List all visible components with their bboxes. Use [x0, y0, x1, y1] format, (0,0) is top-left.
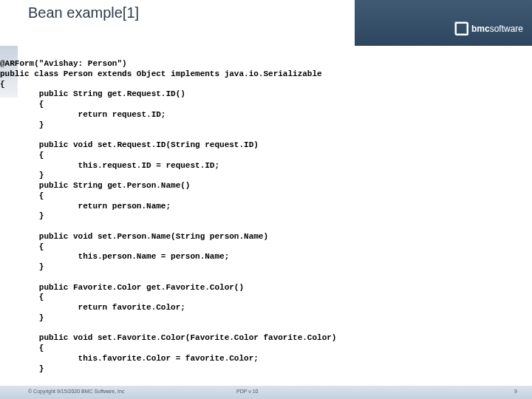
header-title-wrap: Bean example[1]	[0, 0, 355, 46]
footer-middle: PDP v 10	[236, 389, 258, 394]
brand-logo: bmcsoftware	[455, 22, 523, 35]
code-block: @ARForm("Avishay: Person") public class …	[0, 59, 532, 374]
logo-text: bmcsoftware	[471, 24, 523, 34]
footer: © Copyright 9/15/2020 BMC Software, Inc …	[0, 386, 532, 399]
footer-page-number: 9	[514, 389, 517, 394]
page-title: Bean example[1]	[28, 4, 139, 21]
logo-icon	[455, 22, 468, 35]
slide: Bean example[1] bmcsoftware @ARForm("Avi…	[0, 0, 532, 399]
footer-copyright: © Copyright 9/15/2020 BMC Software, Inc	[28, 389, 124, 394]
